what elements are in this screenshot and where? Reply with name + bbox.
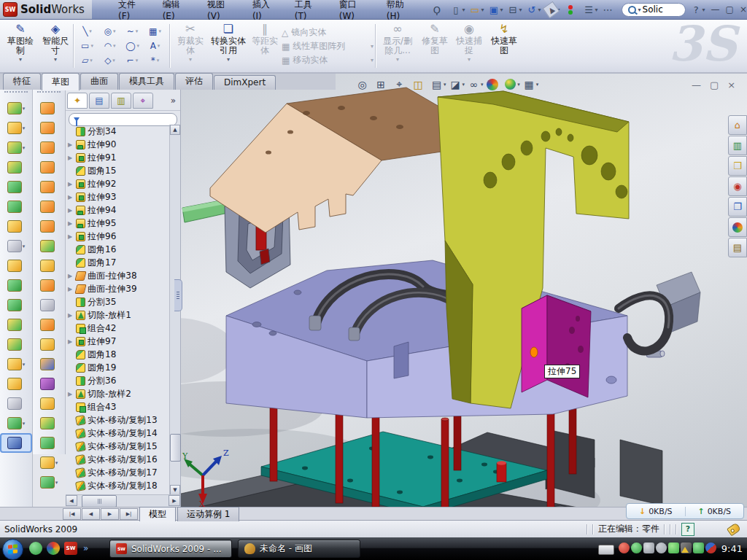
toolbar-icon[interactable]: ▾ xyxy=(33,118,65,138)
doc-minimize-button[interactable]: — xyxy=(692,79,701,90)
view-tool-button[interactable]: ◎ ▾ xyxy=(355,77,372,91)
task-pane-button[interactable]: ❐ xyxy=(728,197,747,217)
feature-tree-item[interactable]: ▶ 分割35 xyxy=(66,295,170,308)
toolbar-button[interactable]: ☰ ▾ xyxy=(581,2,600,18)
solidworks-icon[interactable]: SW xyxy=(64,542,77,555)
toolbar-icon[interactable]: ▾ xyxy=(33,413,65,433)
graphics-viewport[interactable]: Y Z X ◎ ▾ ⊞ ▾ ⌖ ▾ xyxy=(181,74,747,507)
chevron-down-icon[interactable]: ▾ xyxy=(500,7,503,13)
toolbar-icon[interactable]: ▾ xyxy=(33,197,65,217)
sketch-entity-button[interactable]: ▦ xyxy=(144,24,166,39)
expand-arrow-icon[interactable]: ▶ xyxy=(68,273,74,279)
toolbar-icon[interactable]: ▾ xyxy=(33,394,65,413)
view-tool-button[interactable]: ⌖ ▾ xyxy=(392,77,409,91)
tray-icon[interactable] xyxy=(705,542,716,553)
feature-tree-item[interactable]: ▶ 曲面-拉伸39 xyxy=(66,282,170,295)
toolbar-icon[interactable]: ▾ xyxy=(33,472,65,492)
command-tab[interactable]: 特征 xyxy=(3,73,41,90)
feature-tree-item[interactable]: ▶ 圆角15 xyxy=(66,164,170,177)
feature-tree-item[interactable]: ▶ 切除-放样1 xyxy=(66,308,170,322)
feature-tree-item[interactable]: ▶ 拉伸93 xyxy=(66,190,170,203)
part-red-cylinder[interactable] xyxy=(497,461,506,482)
toolbar-icon[interactable]: ▾ xyxy=(33,315,65,335)
command-tab[interactable]: 评估 xyxy=(175,73,213,90)
view-tool-button[interactable]: ◪ ▾ xyxy=(449,77,465,91)
net-speed-widget[interactable]: ↓ 0KB/S ↑ 0KB/S xyxy=(626,503,744,519)
feature-tree-item[interactable]: ▶ 拉伸95 xyxy=(66,217,170,230)
view-tool-button[interactable]: ● ▾ xyxy=(486,78,502,91)
toolbar-icon[interactable]: ▾ xyxy=(0,118,32,138)
tray-icon[interactable] xyxy=(631,542,642,553)
taskbar-clock[interactable]: 9:41 xyxy=(721,543,743,554)
feature-tree-item[interactable]: ▶ 圆角19 xyxy=(66,361,170,374)
toolbar-icon[interactable]: ▾ xyxy=(0,236,32,256)
task-pane-button[interactable]: ▤ xyxy=(728,238,747,257)
toolbar-button[interactable]: Ϙ ▾ xyxy=(429,2,447,18)
tab-nav-button[interactable]: |◀ xyxy=(63,508,81,520)
task-pane-button[interactable]: ◉ xyxy=(728,176,747,196)
document-tab[interactable]: 运动算例 1 xyxy=(177,507,239,521)
sketch-entity-button[interactable]: ◇ xyxy=(98,53,121,68)
feature-tree-item[interactable]: ▶ 实体-移动/复制18 xyxy=(66,479,170,492)
messenger-icon[interactable] xyxy=(29,542,42,555)
feature-tree-item[interactable]: ▶ 实体-移动/复制17 xyxy=(66,466,170,479)
toolbar-icon[interactable]: ▾ xyxy=(33,295,65,315)
feature-tree-item[interactable]: ▶ 拉伸90 xyxy=(66,138,170,151)
toolbar-button[interactable]: ⋯ ▾ xyxy=(600,2,619,18)
feature-tree-item[interactable]: ▶ 圆角16 xyxy=(66,243,170,256)
toolbar-button[interactable]: ▭ ▾ xyxy=(467,2,485,18)
toolbar-icon[interactable]: ▾ xyxy=(0,276,32,295)
toolbar-icon[interactable]: ▾ xyxy=(0,335,32,354)
feature-tree-item[interactable]: ▶ 拉伸96 xyxy=(66,230,170,243)
toolbar-icon[interactable]: ▾ xyxy=(33,98,65,118)
keyboard-layout-icon[interactable] xyxy=(598,545,614,555)
feature-tree-item[interactable]: ▶ 曲面-拉伸38 xyxy=(66,269,170,282)
doc-restore-button[interactable]: ▢ xyxy=(710,79,719,90)
command-tab[interactable]: 模具工具 xyxy=(119,73,174,90)
sketch-entity-button[interactable]: ▭ xyxy=(76,39,98,53)
configurationmanager-tab[interactable]: ▥ xyxy=(111,93,131,109)
more-tabs-chevron[interactable]: » xyxy=(171,96,179,106)
dimxpertmanager-tab[interactable]: ⌖ xyxy=(133,93,153,109)
tray-icon[interactable] xyxy=(656,542,667,553)
start-button[interactable] xyxy=(2,539,23,560)
browser-icon[interactable] xyxy=(47,542,60,555)
doc-close-button[interactable]: × xyxy=(727,79,735,90)
toolbar-icon[interactable]: ▾ xyxy=(0,295,32,315)
toolbar-icon[interactable]: ▾ xyxy=(0,217,32,236)
expand-arrow-icon[interactable]: ▶ xyxy=(68,286,74,292)
sketch-entity-button[interactable]: ╲ xyxy=(76,24,98,39)
toolbar-icon[interactable]: ▾ xyxy=(33,158,65,177)
chevron-down-icon[interactable]: ▾ xyxy=(538,7,541,13)
minimize-button[interactable]: — xyxy=(711,4,720,15)
toolbar-icon[interactable]: ▾ xyxy=(0,394,32,413)
toolbar-icon[interactable]: ▾ xyxy=(0,413,32,433)
sketch-entity-button[interactable]: ▱ xyxy=(76,53,98,68)
toolbar-icon[interactable]: ▾ xyxy=(0,197,32,217)
tab-nav-button[interactable]: ▶ xyxy=(101,508,119,520)
toolbar-button[interactable]: ▯ ▾ xyxy=(448,2,466,18)
panel-splitter-handle[interactable] xyxy=(174,279,182,311)
sketch-entity-button[interactable]: * xyxy=(144,53,166,68)
feature-tree-item[interactable]: ▶ 拉伸92 xyxy=(66,177,170,190)
toolbar-icon[interactable]: ▾ xyxy=(33,433,65,453)
search-box[interactable]: ▾ xyxy=(622,3,686,17)
tray-icon[interactable] xyxy=(668,542,679,553)
feature-tree-item[interactable]: ▶ 组合42 xyxy=(66,322,170,335)
search-input[interactable] xyxy=(641,4,679,15)
sketch-entity-button[interactable]: ◠ xyxy=(98,39,121,53)
scroll-up-button[interactable]: ▲ xyxy=(170,125,180,135)
toolbar-grip[interactable] xyxy=(37,91,61,97)
document-tab[interactable]: 模型 xyxy=(139,507,176,521)
expand-arrow-icon[interactable]: ▶ xyxy=(68,338,74,345)
toolbar-icon[interactable]: ▾ xyxy=(33,236,65,256)
part-core-block[interactable] xyxy=(226,260,665,418)
close-button[interactable]: × xyxy=(740,4,747,15)
toolbar-icon[interactable]: ▾ xyxy=(33,453,65,472)
chevron-down-icon[interactable]: ▾ xyxy=(481,7,484,13)
convert-entities-button[interactable]: ❏ 转换实体引用▾ xyxy=(210,22,247,70)
toolbar-button[interactable]: ● ▾ xyxy=(562,2,581,18)
feature-tree-item[interactable]: ▶ 拉伸94 xyxy=(66,203,170,217)
toolbar-icon[interactable]: ▾ xyxy=(33,276,65,295)
toolbar-icon[interactable]: ▾ xyxy=(0,98,32,118)
